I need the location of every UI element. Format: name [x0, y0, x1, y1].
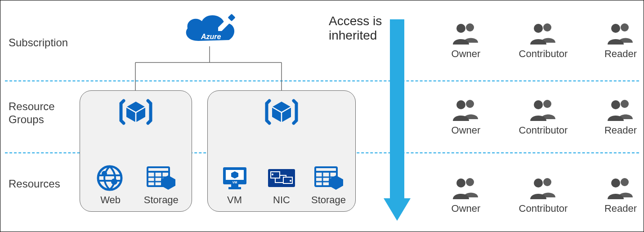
- resource-nic: NIC: [261, 165, 302, 206]
- level-label-resources: Resources: [9, 178, 60, 191]
- svg-point-47: [456, 24, 465, 33]
- svg-point-54: [466, 100, 474, 108]
- roles-row-resource-groups: Owner Contributor Reader: [437, 98, 644, 136]
- role-reader: Reader: [591, 98, 644, 136]
- svg-point-61: [534, 178, 543, 187]
- nic-icon: [265, 165, 298, 193]
- svg-rect-32: [231, 184, 238, 187]
- role-label: Contributor: [519, 203, 568, 214]
- svg-point-49: [534, 24, 543, 33]
- people-icon: [606, 22, 635, 46]
- storage-icon: [146, 165, 176, 193]
- resource-label: VM: [227, 194, 242, 206]
- role-label: Reader: [604, 125, 637, 136]
- role-owner: Owner: [437, 22, 495, 60]
- role-label: Contributor: [519, 125, 568, 136]
- role-reader: Reader: [591, 22, 644, 60]
- role-label: Owner: [452, 203, 481, 214]
- svg-rect-33: [228, 187, 241, 189]
- resource-storage: Storage: [141, 165, 181, 206]
- role-contributor: Contributor: [514, 22, 572, 60]
- people-icon: [606, 177, 635, 201]
- resource-web: Web: [90, 165, 131, 206]
- svg-point-51: [611, 24, 620, 33]
- svg-point-18: [102, 171, 107, 176]
- people-icon: [528, 98, 558, 123]
- svg-point-53: [456, 100, 465, 109]
- storage-icon: [313, 165, 344, 193]
- role-contributor: Contributor: [514, 98, 572, 136]
- svg-marker-0: [384, 198, 411, 221]
- resource-group-1: Web Storage: [80, 90, 192, 212]
- svg-point-19: [111, 178, 117, 185]
- people-icon: [606, 98, 635, 123]
- resource-label: Storage: [144, 194, 179, 206]
- people-icon: [451, 22, 481, 46]
- people-icon: [528, 22, 558, 46]
- svg-point-62: [543, 178, 551, 186]
- level-label-resource-groups: Resource Groups: [9, 100, 55, 126]
- access-inherited-label: Access is inherited: [329, 14, 382, 43]
- role-label: Reader: [604, 203, 637, 214]
- people-icon: [451, 177, 481, 201]
- resource-group-2: VM VM NIC: [207, 90, 356, 212]
- svg-point-48: [466, 23, 474, 31]
- web-icon: [96, 165, 125, 193]
- svg-point-60: [466, 178, 474, 186]
- svg-point-52: [621, 23, 629, 31]
- resource-storage: Storage: [309, 165, 349, 206]
- svg-point-63: [611, 178, 620, 187]
- diagram-canvas: Subscription Resource Groups Resources A…: [0, 0, 644, 232]
- svg-text:VM: VM: [232, 181, 237, 184]
- resource-label: Storage: [311, 194, 346, 206]
- role-owner: Owner: [437, 177, 495, 214]
- svg-point-39: [290, 180, 291, 182]
- azure-cloud-icon: Azure: [181, 10, 238, 46]
- svg-point-59: [456, 178, 465, 187]
- resource-vm: VM VM: [215, 165, 255, 206]
- people-icon: [528, 177, 558, 201]
- svg-point-55: [534, 100, 543, 109]
- divider-1: [5, 80, 639, 81]
- inheritance-arrow: [384, 19, 411, 222]
- roles-row-subscription: Owner Contributor Reader: [437, 22, 644, 60]
- level-label-subscription: Subscription: [9, 36, 68, 49]
- role-label: Owner: [452, 48, 481, 60]
- svg-point-50: [543, 23, 551, 31]
- svg-point-58: [621, 100, 629, 108]
- svg-point-17: [98, 166, 121, 190]
- svg-point-57: [611, 100, 620, 109]
- roles-row-resources: Owner Contributor Reader: [437, 177, 644, 214]
- role-label: Reader: [604, 48, 637, 60]
- resource-group-icon: [80, 95, 192, 129]
- resource-label: Web: [100, 194, 121, 206]
- vm-icon: VM: [220, 165, 249, 193]
- role-label: Contributor: [519, 48, 568, 60]
- resource-group-icon: [208, 95, 355, 129]
- svg-point-38: [272, 174, 273, 175]
- svg-point-64: [621, 178, 629, 186]
- role-contributor: Contributor: [514, 177, 572, 214]
- role-owner: Owner: [437, 98, 495, 136]
- svg-point-56: [543, 100, 551, 108]
- people-icon: [451, 98, 481, 123]
- resource-label: NIC: [273, 194, 290, 206]
- role-reader: Reader: [591, 177, 644, 214]
- azure-brand-text: Azure: [201, 33, 221, 40]
- role-label: Owner: [452, 125, 481, 136]
